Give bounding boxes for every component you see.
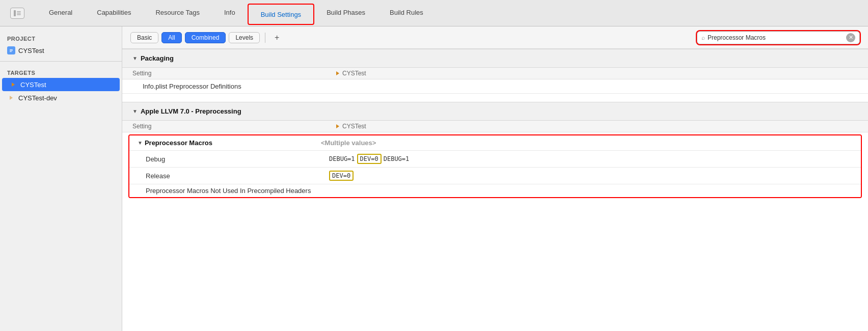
packaging-row-1-key: Info.plist Preprocessor Definitions	[143, 82, 326, 90]
svg-rect-1	[17, 11, 21, 12]
add-button[interactable]: +	[270, 33, 283, 42]
sidebar-toggle-button[interactable]	[10, 8, 24, 19]
packaging-section-header[interactable]: ▼ Packaging	[122, 49, 868, 68]
tab-info[interactable]: Info	[212, 0, 248, 26]
packaging-target-col-header: CYSTest	[336, 70, 366, 77]
svg-rect-0	[14, 10, 16, 16]
pm-not-used-label: Preprocessor Macros Not Used In Precompi…	[146, 187, 311, 195]
svg-rect-7	[10, 51, 12, 52]
packaging-row-1[interactable]: Info.plist Preprocessor Definitions	[122, 79, 868, 94]
tab-build-phases[interactable]: Build Phases	[314, 0, 377, 26]
levels-button[interactable]: Levels	[229, 32, 260, 43]
multiple-values: <Multiple values>	[321, 139, 376, 147]
project-name: CYSTest	[18, 47, 44, 54]
pm-not-used-row[interactable]: Preprocessor Macros Not Used In Precompi…	[129, 184, 861, 197]
apple-llvm-triangle: ▼	[132, 108, 138, 114]
release-values: DEV=0	[329, 171, 354, 181]
project-section-label: PROJECT	[0, 32, 122, 44]
debug-value-2-chip: DEV=0	[357, 154, 382, 164]
debug-value-1: DEBUG=1	[329, 155, 355, 162]
search-box[interactable]: ⌕ ✕	[697, 31, 860, 44]
debug-row[interactable]: Debug DEBUG=1 DEV=0 DEBUG=1	[129, 151, 861, 168]
search-icon: ⌕	[701, 34, 705, 41]
tab-build-settings[interactable]: Build Settings	[248, 4, 315, 25]
project-icon	[7, 46, 15, 54]
sidebar-item-cystest-dev[interactable]: CYSTest-dev	[0, 91, 122, 104]
xcode-window: General Capabilities Resource Tags Info …	[0, 0, 868, 331]
target-active-icon	[9, 80, 17, 89]
search-input[interactable]	[708, 34, 842, 41]
settings-content: ▼ Packaging Setting CYSTest Info.plist P…	[122, 49, 868, 331]
pm-triangle: ▼	[138, 140, 143, 146]
packaging-table-header: Setting CYSTest	[122, 68, 868, 79]
all-button[interactable]: All	[161, 32, 181, 43]
apple-llvm-target-icon	[336, 124, 339, 128]
combined-button[interactable]: Combined	[185, 32, 226, 43]
sidebar-divider	[0, 61, 122, 62]
search-clear-button[interactable]: ✕	[846, 33, 855, 42]
packaging-label: Packaging	[141, 54, 174, 62]
target-dev-icon	[7, 94, 15, 102]
main-area: PROJECT CYSTest TARGETS CY	[0, 26, 868, 331]
target-active-name: CYSTest	[20, 81, 46, 89]
content-area: Basic All Combined Levels + ⌕ ✕ ▼ Packag…	[122, 26, 868, 331]
sidebar-toggle-area	[10, 8, 26, 19]
release-row[interactable]: Release DEV=0	[129, 168, 861, 184]
svg-rect-6	[10, 50, 13, 51]
packaging-target-icon	[336, 71, 339, 75]
svg-rect-3	[17, 14, 21, 15]
basic-button[interactable]: Basic	[130, 32, 158, 43]
apple-llvm-table-header: Setting CYSTest	[122, 121, 868, 132]
sidebar: PROJECT CYSTest TARGETS CY	[0, 26, 122, 331]
debug-value-3: DEBUG=1	[384, 155, 410, 162]
apple-llvm-label: Apple LLVM 7.0 - Preprocessing	[141, 107, 241, 115]
tab-capabilities[interactable]: Capabilities	[85, 0, 143, 26]
preprocessor-macros-header-row[interactable]: ▼ Preprocessor Macros <Multiple values>	[129, 135, 861, 151]
targets-section-label: TARGETS	[0, 66, 122, 78]
packaging-setting-col-header: Setting	[132, 70, 336, 77]
apple-llvm-setting-col: Setting	[132, 123, 336, 130]
sidebar-item-cystest-project[interactable]: CYSTest	[0, 44, 122, 57]
packaging-triangle: ▼	[132, 56, 138, 61]
preprocessor-macros-key: ▼ Preprocessor Macros	[138, 139, 321, 147]
debug-key: Debug	[146, 155, 329, 163]
content-toolbar: Basic All Combined Levels + ⌕ ✕	[122, 26, 868, 49]
section-space-1	[122, 94, 868, 102]
release-value-chip: DEV=0	[329, 171, 354, 181]
svg-rect-2	[17, 13, 21, 14]
svg-rect-5	[10, 49, 13, 50]
release-key: Release	[146, 172, 329, 180]
debug-values: DEBUG=1 DEV=0 DEBUG=1	[329, 154, 409, 164]
tab-build-rules[interactable]: Build Rules	[377, 0, 436, 26]
sidebar-item-cystest-target[interactable]: CYSTest	[2, 78, 120, 91]
tab-resource-tags[interactable]: Resource Tags	[143, 0, 211, 26]
tab-bar: General Capabilities Resource Tags Info …	[0, 0, 868, 26]
target-dev-name: CYSTest-dev	[18, 94, 57, 102]
apple-llvm-section-header[interactable]: ▼ Apple LLVM 7.0 - Preprocessing	[122, 102, 868, 121]
toolbar-divider	[265, 33, 265, 43]
preprocessor-macros-section: ▼ Preprocessor Macros <Multiple values> …	[128, 134, 862, 198]
tab-general[interactable]: General	[37, 0, 85, 26]
apple-llvm-target-col: CYSTest	[336, 123, 366, 130]
